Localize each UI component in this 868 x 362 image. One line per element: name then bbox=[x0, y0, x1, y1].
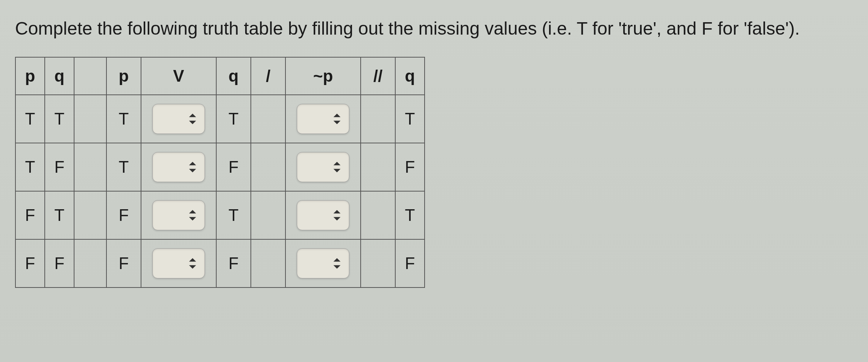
cell-v-input bbox=[141, 95, 216, 143]
table-row: F F F F F bbox=[15, 239, 425, 287]
cell-q3: T bbox=[395, 191, 425, 239]
cell-p2: F bbox=[106, 191, 141, 239]
header-v: V bbox=[141, 57, 216, 95]
cell-spacer bbox=[74, 95, 106, 143]
stepper-input[interactable] bbox=[297, 248, 349, 278]
cell-notp-input bbox=[285, 95, 361, 143]
header-spacer-1 bbox=[74, 57, 106, 95]
cell-slash bbox=[251, 191, 285, 239]
cell-slash bbox=[251, 239, 285, 287]
cell-v-input bbox=[141, 143, 216, 191]
cell-q2: F bbox=[216, 239, 251, 287]
header-q: q bbox=[45, 57, 74, 95]
stepper-input[interactable] bbox=[152, 152, 205, 182]
cell-p: T bbox=[15, 95, 45, 143]
header-q2: q bbox=[216, 57, 251, 95]
table-row: T F T F F bbox=[15, 143, 425, 191]
cell-q3: F bbox=[395, 239, 425, 287]
cell-p2: T bbox=[106, 95, 141, 143]
header-p: p bbox=[15, 57, 45, 95]
truth-table: p q p V q / ~p // q T T T T T T F bbox=[15, 57, 425, 288]
chevron-up-down-icon bbox=[187, 111, 198, 126]
cell-q: F bbox=[45, 239, 74, 287]
stepper-input[interactable] bbox=[152, 248, 205, 278]
cell-dblslash bbox=[361, 143, 395, 191]
table-row: F T F T T bbox=[15, 191, 425, 239]
cell-v-input bbox=[141, 191, 216, 239]
header-notp: ~p bbox=[285, 57, 361, 95]
header-p2: p bbox=[106, 57, 141, 95]
cell-p2: F bbox=[106, 239, 141, 287]
cell-v-input bbox=[141, 239, 216, 287]
cell-spacer bbox=[74, 191, 106, 239]
cell-q: T bbox=[45, 191, 74, 239]
cell-spacer bbox=[74, 143, 106, 191]
cell-slash bbox=[251, 95, 285, 143]
header-dblslash: // bbox=[361, 57, 395, 95]
cell-dblslash bbox=[361, 95, 395, 143]
stepper-input[interactable] bbox=[297, 152, 349, 182]
cell-p: F bbox=[15, 239, 45, 287]
chevron-up-down-icon bbox=[332, 160, 342, 175]
cell-q2: F bbox=[216, 143, 251, 191]
stepper-input[interactable] bbox=[297, 104, 349, 134]
cell-q2: T bbox=[216, 95, 251, 143]
cell-notp-input bbox=[285, 239, 361, 287]
chevron-up-down-icon bbox=[187, 160, 198, 175]
cell-p: T bbox=[15, 143, 45, 191]
table-header-row: p q p V q / ~p // q bbox=[15, 57, 425, 95]
chevron-up-down-icon bbox=[332, 111, 342, 126]
cell-q: F bbox=[45, 143, 74, 191]
cell-q: T bbox=[45, 95, 74, 143]
cell-dblslash bbox=[361, 239, 395, 287]
cell-spacer bbox=[74, 239, 106, 287]
chevron-up-down-icon bbox=[187, 208, 198, 223]
cell-slash bbox=[251, 143, 285, 191]
cell-notp-input bbox=[285, 191, 361, 239]
cell-q2: T bbox=[216, 191, 251, 239]
cell-q3: F bbox=[395, 143, 425, 191]
instructions-text: Complete the following truth table by fi… bbox=[15, 11, 853, 46]
header-slash: / bbox=[251, 57, 285, 95]
chevron-up-down-icon bbox=[187, 256, 198, 271]
stepper-input[interactable] bbox=[152, 104, 205, 134]
stepper-input[interactable] bbox=[297, 200, 349, 230]
table-row: T T T T T bbox=[15, 95, 425, 143]
stepper-input[interactable] bbox=[152, 200, 205, 230]
cell-p: F bbox=[15, 191, 45, 239]
cell-dblslash bbox=[361, 191, 395, 239]
chevron-up-down-icon bbox=[332, 256, 342, 271]
header-q3: q bbox=[395, 57, 425, 95]
chevron-up-down-icon bbox=[332, 208, 342, 223]
cell-p2: T bbox=[106, 143, 141, 191]
cell-q3: T bbox=[395, 95, 425, 143]
cell-notp-input bbox=[285, 143, 361, 191]
